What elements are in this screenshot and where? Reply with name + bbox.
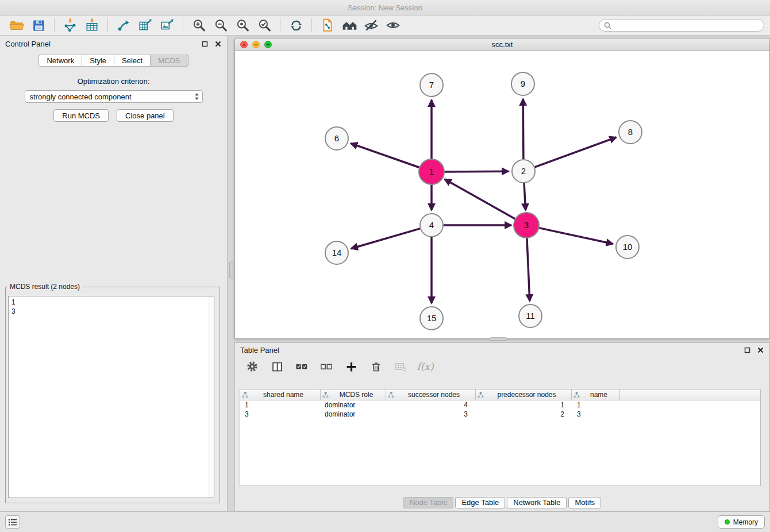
network-window-titlebar[interactable]: scc.txt <box>235 38 769 51</box>
graph-edge-2-3[interactable] <box>524 183 526 210</box>
export-image-icon <box>160 18 175 33</box>
tab-edge-table[interactable]: Edge Table <box>455 497 505 508</box>
task-history-button[interactable] <box>5 515 20 529</box>
svg-text:4: 4 <box>429 220 434 230</box>
graph-node-6[interactable]: 6 <box>325 127 348 150</box>
memory-button[interactable]: Memory <box>718 515 765 529</box>
maximize-window-button[interactable] <box>264 41 272 48</box>
graph-node-3[interactable]: 3 <box>514 213 539 238</box>
cell-successor-nodes[interactable]: 4 <box>386 400 476 410</box>
column-header-name[interactable]: name <box>572 390 620 400</box>
mcds-result-list[interactable]: 1 3 <box>8 296 214 498</box>
graph-node-2[interactable]: 2 <box>512 160 535 183</box>
new-network-button[interactable] <box>113 17 134 34</box>
function-builder-button[interactable]: f(x) <box>418 359 433 374</box>
column-header-successor-nodes[interactable]: successor nodes <box>386 390 476 400</box>
graph-edge-3-11[interactable] <box>527 237 530 301</box>
column-header-mcds-role[interactable]: MCDS role <box>321 390 386 400</box>
graph-node-14[interactable]: 14 <box>325 241 348 264</box>
select-all-rows-button[interactable] <box>294 359 309 374</box>
import-network-button[interactable] <box>59 17 81 34</box>
import-table-button[interactable] <box>81 17 103 34</box>
graph-node-11[interactable]: 11 <box>519 304 542 327</box>
cell-predecessor-nodes[interactable]: 2 <box>476 410 572 419</box>
graph-edge-1-6[interactable] <box>351 144 421 168</box>
first-neighbors-button[interactable] <box>317 17 338 34</box>
export-image-button[interactable] <box>156 17 178 34</box>
close-table-panel-button[interactable] <box>756 346 764 354</box>
graph-node-15[interactable]: 15 <box>420 307 443 330</box>
graph-node-8[interactable]: 8 <box>619 121 642 144</box>
graph-edge-1-2[interactable] <box>444 171 509 172</box>
overview-button[interactable] <box>338 17 360 34</box>
result-scrollbar[interactable] <box>209 296 214 498</box>
close-panel-button[interactable]: Close panel <box>117 109 174 122</box>
zoom-selected-button[interactable] <box>253 17 275 34</box>
delete-row-button[interactable] <box>368 359 383 374</box>
graph-edge-3-1[interactable] <box>445 179 516 219</box>
graph-node-1[interactable]: 1 <box>419 159 444 184</box>
trash-icon <box>370 361 382 373</box>
export-table-button[interactable] <box>134 17 156 34</box>
graph-edge-2-9[interactable] <box>523 99 523 159</box>
float-table-panel-button[interactable] <box>743 346 751 354</box>
zoom-out-button[interactable] <box>210 17 232 34</box>
table-settings-button[interactable] <box>245 359 260 374</box>
cell-mcds-role[interactable]: dominator <box>321 410 386 419</box>
hide-graphics-button[interactable] <box>360 17 382 34</box>
close-control-panel-button[interactable] <box>214 40 222 48</box>
network-canvas[interactable]: 7968124314101511 <box>235 52 769 338</box>
eye-icon <box>386 18 401 33</box>
search-input[interactable] <box>614 21 759 29</box>
column-header-shared-name[interactable]: shared name <box>240 390 321 400</box>
import-table-disabled-button[interactable] <box>393 359 408 374</box>
zoom-fit-button[interactable] <box>232 17 253 34</box>
save-session-button[interactable] <box>28 17 49 34</box>
tab-motifs[interactable]: Motifs <box>568 497 601 508</box>
graph-edge-2-8[interactable] <box>535 137 617 167</box>
tab-network-table[interactable]: Network Table <box>507 497 567 508</box>
cell-name[interactable]: 1 <box>572 400 620 410</box>
table-panel-tabs: Node Table Edge Table Network Table Moti… <box>235 497 769 508</box>
minimize-window-button[interactable] <box>252 41 260 48</box>
table-row[interactable]: 1 dominator 4 1 1 <box>240 400 760 410</box>
close-window-button[interactable] <box>240 41 248 48</box>
network-graph[interactable]: 7968124314101511 <box>235 52 769 338</box>
cell-name[interactable]: 3 <box>572 410 620 419</box>
tab-style[interactable]: Style <box>82 55 114 67</box>
zoom-in-button[interactable] <box>188 17 210 34</box>
open-session-button[interactable] <box>6 17 28 34</box>
criterion-dropdown[interactable]: strongly connected component <box>25 90 203 103</box>
horizontal-splitter-handle[interactable] <box>490 337 507 341</box>
graph-node-4[interactable]: 4 <box>420 214 443 237</box>
refresh-button[interactable] <box>285 17 307 34</box>
table-panel: Table Panel <box>234 342 770 511</box>
cell-shared-name[interactable]: 1 <box>240 400 321 410</box>
cell-successor-nodes[interactable]: 3 <box>386 410 476 419</box>
deselect-all-rows-button[interactable] <box>319 359 334 374</box>
show-graphics-button[interactable] <box>382 17 404 34</box>
graph-edge-3-10[interactable] <box>538 228 613 244</box>
graph-node-9[interactable]: 9 <box>511 72 534 95</box>
column-type-icon <box>322 392 329 398</box>
run-mcds-button[interactable]: Run MCDS <box>53 109 109 122</box>
graph-edge-4-14[interactable] <box>351 229 420 249</box>
column-type-icon <box>478 392 484 398</box>
float-panel-button[interactable] <box>201 40 209 48</box>
tab-mcds[interactable]: MCDS <box>151 55 188 67</box>
cell-predecessor-nodes[interactable]: 1 <box>476 400 572 410</box>
graph-node-10[interactable]: 10 <box>616 236 639 259</box>
column-header-predecessor-nodes[interactable]: predecessor nodes <box>476 390 572 400</box>
add-row-button[interactable] <box>344 359 359 374</box>
table-row[interactable]: 3 dominator 3 2 3 <box>240 410 760 419</box>
tab-network[interactable]: Network <box>38 55 82 67</box>
vertical-splitter-handle[interactable] <box>229 261 233 279</box>
tab-node-table[interactable]: Node Table <box>403 497 454 508</box>
cell-shared-name[interactable]: 3 <box>240 410 321 419</box>
cell-mcds-role[interactable]: dominator <box>321 400 386 410</box>
graph-node-7[interactable]: 7 <box>420 74 443 97</box>
tab-select[interactable]: Select <box>114 55 151 67</box>
show-columns-button[interactable] <box>270 359 284 374</box>
search-box[interactable] <box>599 19 764 32</box>
toolbar-separator <box>311 18 312 32</box>
